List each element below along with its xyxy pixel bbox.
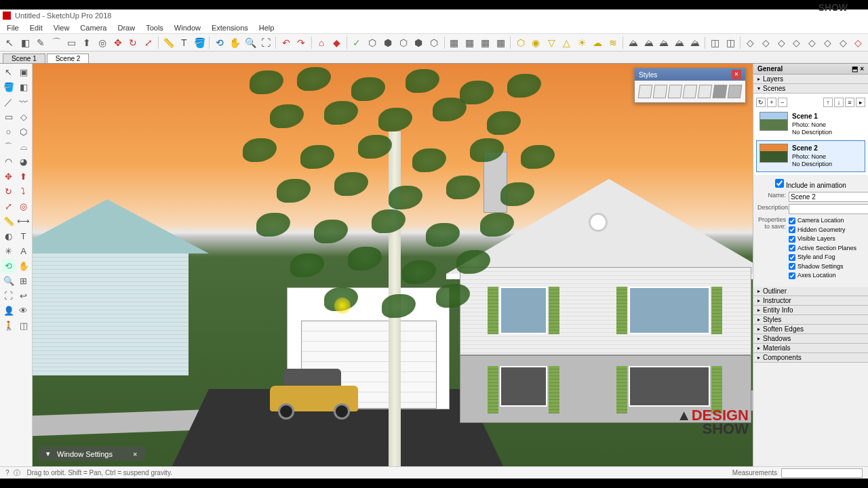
check-layers[interactable] [789,236,795,243]
shape-icon[interactable]: ▭ [64,35,79,50]
scene-refresh-icon[interactable]: ↻ [756,98,766,107]
tray-outliner[interactable]: Outliner [753,287,868,296]
style1-icon[interactable]: ◇ [743,35,757,50]
info-icon[interactable]: ⓘ [14,468,20,478]
section-tool-icon[interactable]: ◫ [16,319,31,333]
style-swatch[interactable] [683,85,698,98]
sandbox1-icon[interactable]: ⛰ [626,35,640,50]
style3-icon[interactable]: ◇ [774,35,789,50]
paint-icon[interactable]: 🪣 [193,35,207,50]
scene-name-input[interactable] [789,192,868,202]
menu-camera[interactable]: Camera [76,24,111,32]
measurements-input[interactable] [781,468,863,478]
sun-icon[interactable]: ☀ [575,35,589,50]
sandbox2-icon[interactable]: ⛰ [642,35,656,50]
menu-window[interactable]: Window [170,24,205,32]
view1-icon[interactable]: ▦ [447,35,461,50]
scene-add-icon[interactable]: + [767,98,776,107]
line-icon[interactable]: ✎ [33,35,47,50]
3d-viewport[interactable]: Styles × ▾ Window Settings × [33,64,753,466]
style-swatch[interactable] [668,85,683,98]
section-icon[interactable]: ◫ [708,35,722,50]
tray-styles[interactable]: Styles [753,315,868,325]
help-icon[interactable]: ? [5,469,9,476]
camera-top-icon[interactable]: ▽ [545,35,559,50]
style2-icon[interactable]: ◇ [759,35,773,50]
select-icon[interactable]: ↖ [3,35,17,50]
scale-tool-icon[interactable]: ⤢ [1,199,16,214]
rectangle-tool-icon[interactable]: ▭ [1,110,16,124]
followme-tool-icon[interactable]: ⤵ [16,184,31,199]
section2-icon[interactable]: ◫ [724,35,738,50]
solid-union-icon[interactable]: ⬡ [366,35,380,50]
paint-tool-icon[interactable]: 🪣 [1,80,16,94]
tape-tool-icon[interactable]: 📏 [1,214,16,228]
rotate-tool-icon[interactable]: ↻ [1,184,16,199]
solid-trim-icon[interactable]: ⬡ [396,35,410,50]
select-tool-icon[interactable]: ↖ [1,65,16,79]
scene-menu-icon[interactable]: ▸ [856,98,865,107]
arc3-tool-icon[interactable]: ◠ [1,155,16,169]
text-tool-icon[interactable]: T [16,229,31,243]
pie-tool-icon[interactable]: ◕ [16,155,31,169]
scene-list-item-2[interactable]: Scene 2Photo: NoneNo Description [756,140,865,172]
eraser-tool-icon[interactable]: ◧ [16,80,31,94]
orbit-icon[interactable]: ⟲ [212,35,226,50]
tray-materials[interactable]: Materials [753,344,868,353]
menu-file[interactable]: File [3,24,23,32]
lookaround-icon[interactable]: 👁 [16,304,31,318]
menu-view[interactable]: View [50,24,74,32]
styles-floating-panel[interactable]: Styles × [634,68,746,103]
zoom-icon[interactable]: 🔍 [243,35,258,50]
polygon-tool-icon[interactable]: ⬡ [16,125,31,139]
dimension-tool-icon[interactable]: ⟷ [16,214,31,228]
component-tool-icon[interactable]: ▣ [16,65,31,79]
protractor-tool-icon[interactable]: ◐ [1,229,16,243]
pushpull-icon[interactable]: ⬆ [80,35,94,50]
tray-header[interactable]: General⬒ × [753,64,868,75]
style7-icon[interactable]: ◇ [836,35,850,50]
style6-icon[interactable]: ◇ [821,35,835,50]
offset-icon[interactable]: ◎ [95,35,109,50]
menu-draw[interactable]: Draw [113,24,139,32]
zoomwin-tool-icon[interactable]: ⊞ [16,274,31,288]
rotate-icon[interactable]: ↻ [126,35,140,50]
view3-icon[interactable]: ▦ [478,35,492,50]
camera-front-icon[interactable]: △ [560,35,574,50]
style5-icon[interactable]: ◇ [805,35,819,50]
style-swatch[interactable] [698,85,713,98]
style4-icon[interactable]: ◇ [790,35,804,50]
sandbox3-icon[interactable]: ⛰ [657,35,671,50]
close-icon[interactable]: × [133,450,137,458]
axes-tool-icon[interactable]: ✳ [1,244,16,258]
walk-icon[interactable]: 🚶 [1,319,16,333]
freehand-tool-icon[interactable]: 〰 [16,95,31,109]
window-settings-bar[interactable]: ▾ Window Settings × [38,447,145,461]
line-tool-icon[interactable]: ／ [1,95,16,109]
menu-extensions[interactable]: Extensions [208,24,252,32]
solid-subtract-icon[interactable]: ⬢ [381,35,395,50]
redo-icon[interactable]: ↷ [294,35,309,50]
pan-icon[interactable]: ✋ [228,35,242,50]
style-swatch[interactable] [728,85,743,98]
scene-list-icon[interactable]: ≡ [845,98,854,107]
extension-icon[interactable]: ◆ [330,35,344,50]
menu-tools[interactable]: Tools [142,24,167,32]
scale-icon[interactable]: ⤢ [142,35,156,50]
check-section[interactable] [789,245,795,251]
tray-soften[interactable]: Soften Edges [753,325,868,334]
zoom-tool-icon[interactable]: 🔍 [1,274,16,288]
scene-remove-icon[interactable]: − [778,98,787,107]
tray-scenes[interactable]: Scenes [753,84,868,94]
style8-icon[interactable]: ◇ [852,35,866,50]
camera-std-icon[interactable]: ⬡ [513,35,528,50]
eraser-icon[interactable]: ◧ [18,35,33,50]
pan-tool-icon[interactable]: ✋ [16,259,31,273]
style-swatch[interactable] [653,85,668,98]
solid-split-icon[interactable]: ⬡ [427,35,441,50]
style-swatch[interactable] [713,85,728,98]
scene-tab-2[interactable]: Scene 2 [47,54,90,63]
check-hidden[interactable] [789,226,795,233]
check-icon[interactable]: ✓ [350,35,364,50]
tray-instructor[interactable]: Instructor [753,296,868,306]
